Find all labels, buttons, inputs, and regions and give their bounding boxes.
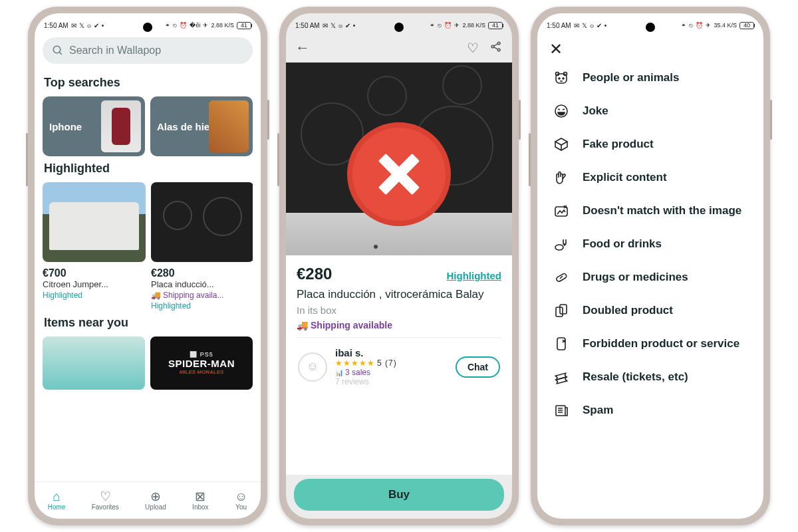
product-title: Placa inducción , vitrocerámica Balay — [297, 287, 501, 302]
nav-favorites[interactable]: ♡ Favorites — [92, 490, 119, 511]
nav-label: You — [235, 503, 247, 511]
link-icon: ⚭ — [165, 22, 170, 29]
search-icon — [52, 45, 64, 57]
svg-line-16 — [560, 276, 563, 279]
listing-price: €700 — [43, 267, 146, 279]
image-pagination[interactable] — [374, 245, 424, 249]
highlighted-link[interactable]: Highlighted — [447, 270, 502, 281]
report-resale[interactable]: Resale (tickets, etc) — [551, 362, 750, 392]
report-spam[interactable]: Spam — [551, 395, 750, 426]
near-item-spiderman[interactable]: ⬜ PS5 SPIDER-MAN MILES MORALES — [150, 336, 253, 390]
x-icon: 𝕏 — [79, 22, 84, 29]
highlighted-heading: Highlighted — [44, 162, 251, 176]
product-condition: In its box — [297, 305, 501, 316]
nav-home[interactable]: ⌂ Home — [48, 490, 66, 511]
heart-icon: ♡ — [100, 490, 111, 503]
home-icon: ⌂ — [53, 490, 60, 503]
report-drugs[interactable]: Drugs or medicines — [551, 262, 750, 293]
report-fake-product[interactable]: Fake product — [551, 129, 750, 160]
search-input[interactable]: Search in Wallapop — [43, 37, 253, 64]
thumb-iphone — [101, 100, 141, 152]
duplicate-icon — [552, 303, 571, 319]
bottom-nav: ⌂ Home ♡ Favorites ⊕ Upload ⊠ Inbox ☺ Yo… — [35, 481, 261, 519]
listing-price: €280 — [151, 267, 253, 279]
thumb-book — [209, 100, 249, 152]
ticket-icon — [552, 369, 571, 385]
svg-point-3 — [497, 42, 500, 45]
spiderman-label: SPIDER-MAN — [168, 358, 235, 369]
nav-label: Favorites — [92, 503, 119, 511]
report-joke[interactable]: Joke — [551, 96, 750, 126]
report-doubled[interactable]: Doubled product — [551, 295, 750, 326]
status-time: 1:50 AM — [295, 22, 320, 29]
near-item-switch[interactable] — [43, 336, 145, 390]
battery-icon: 41 — [237, 22, 251, 29]
truck-icon: 🚚 — [151, 291, 161, 300]
laugh-icon — [552, 103, 571, 119]
back-button[interactable]: ← — [295, 39, 310, 57]
inbox-icon: ⊠ — [195, 490, 205, 503]
listing-card[interactable]: €280 Placa inducció... 🚚Shipping availa.… — [151, 182, 253, 311]
ig-icon: ⌾ — [87, 22, 91, 29]
status-time: 1:50 AM — [547, 22, 571, 29]
close-button[interactable]: ✕ — [537, 33, 763, 59]
product-image[interactable] — [286, 63, 512, 255]
top-search-label: Iphone — [49, 121, 82, 132]
truck-icon: 🚚 — [297, 320, 308, 331]
chart-icon: 📊 — [335, 369, 343, 376]
plus-icon: ⊕ — [150, 490, 161, 503]
svg-rect-19 — [557, 338, 565, 350]
food-icon — [552, 236, 571, 252]
box-icon — [552, 136, 571, 152]
listing-title: Placa inducció... — [151, 279, 253, 289]
forbidden-overlay-icon — [352, 128, 446, 221]
bear-icon — [552, 70, 571, 86]
top-search-alas[interactable]: Alas de hierro — [150, 96, 253, 156]
listing-card[interactable]: €700 Citroen Jumper... Highlighted — [43, 182, 146, 311]
wifi-icon: �êi — [190, 22, 200, 29]
hand-icon — [552, 170, 571, 186]
airplane-icon: ✈ — [203, 22, 208, 29]
status-time: 1:50 AM — [44, 22, 68, 29]
svg-line-5 — [494, 44, 498, 46]
more-icon: • — [102, 22, 104, 29]
shipping-label: Shipping availa... — [163, 291, 223, 300]
nav-upload[interactable]: ⊕ Upload — [145, 490, 166, 511]
listing-image-stove — [151, 182, 253, 262]
nav-you[interactable]: ☺ You — [235, 490, 247, 511]
report-explicit[interactable]: Explicit content — [551, 162, 750, 193]
seller-rating: ★★★★★5 (7) — [335, 358, 448, 368]
svg-point-10 — [559, 78, 560, 79]
mail-icon: ✉ — [71, 22, 76, 29]
listing-title: Citroen Jumper... — [43, 279, 146, 289]
highlighted-badge: Highlighted — [151, 301, 253, 311]
newspaper-icon — [552, 402, 571, 418]
buy-button[interactable]: Buy — [294, 479, 504, 511]
nav-label: Upload — [145, 503, 166, 511]
seller-sales: 3 sales — [345, 368, 370, 377]
report-mismatch[interactable]: Doesn't match with the image — [551, 196, 750, 226]
search-placeholder: Search in Wallapop — [69, 45, 161, 57]
ps5-label: ⬜ PS5 — [190, 351, 213, 358]
nav-inbox[interactable]: ⊠ Inbox — [192, 490, 208, 511]
seller-avatar[interactable]: ☺ — [298, 352, 327, 382]
report-people-animals[interactable]: People or animals — [551, 63, 750, 93]
nav-label: Home — [48, 503, 66, 511]
nav-label: Inbox — [192, 503, 208, 511]
product-price: €280 — [297, 265, 332, 283]
svg-point-0 — [53, 46, 61, 53]
face-icon: ☺ — [235, 490, 247, 503]
chat-button[interactable]: Chat — [456, 356, 500, 378]
net-speed: 2.88 K/S — [211, 22, 234, 29]
report-forbidden[interactable]: Forbidden product or service — [551, 329, 750, 359]
top-search-iphone[interactable]: Iphone — [43, 96, 145, 156]
report-food[interactable]: Food or drinks — [551, 229, 750, 259]
shipping-label: Shipping available — [311, 320, 392, 331]
svg-point-4 — [497, 49, 500, 51]
seller-name[interactable]: ibai s. — [335, 347, 448, 358]
share-button[interactable] — [489, 40, 503, 56]
favorite-button[interactable]: ♡ — [467, 40, 479, 56]
svg-line-6 — [494, 47, 498, 49]
image-x-icon — [552, 203, 571, 219]
listing-image-van — [43, 182, 146, 262]
